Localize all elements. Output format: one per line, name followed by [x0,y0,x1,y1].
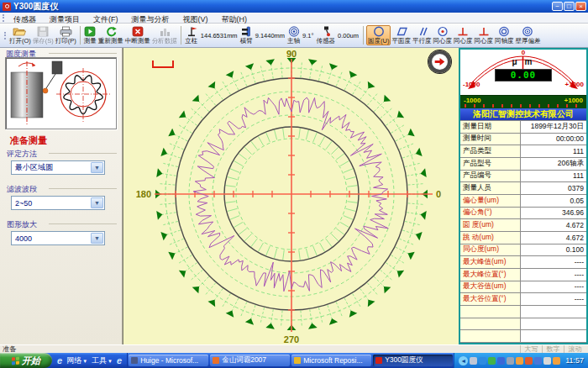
result-value: 111 [521,145,586,158]
evaluation-method-label: 评定方法 [7,149,37,160]
meter-unit: μ m [460,57,586,66]
open-button[interactable]: 打开(O) [8,26,32,45]
result-row-11: 最大峰值(um)---- [460,256,586,269]
result-value: 0.05 [521,195,586,208]
scale-max-label: +1000 [564,97,583,104]
taskbar-task-1[interactable]: 金山词霸2007 [210,355,290,366]
column-value: 144.6531mm [201,32,238,39]
quick-launch-tools[interactable]: 工具▼ [92,355,113,366]
task-app-icon [375,357,382,364]
chevron-down-icon[interactable]: ▼ [91,197,103,208]
camera-icon[interactable] [534,357,542,365]
num-indicator: 数字 [542,345,564,353]
quick-launch-network[interactable]: 网络▼ [66,355,87,366]
svg-text:270: 270 [284,334,299,344]
task-app-icon [294,357,301,364]
result-label [460,330,521,343]
result-label: 测量日期 [460,121,521,134]
result-label: 偏心量(um) [460,195,521,208]
result-value: ---- [521,293,586,306]
mode-button-1[interactable]: 平面度 [391,26,412,45]
task-app-icon [131,357,138,364]
arm-icon [240,26,252,38]
save-button[interactable]: 保存(S) [32,26,55,45]
start-button[interactable]: 开始 [0,353,52,368]
input-pen-icon[interactable] [543,357,551,365]
print-button[interactable]: 打印(P) [55,26,77,45]
mode-button-7[interactable]: 壁厚偏差 [514,26,541,45]
bracket-symbol [152,60,174,68]
bar-chart-icon [159,26,171,38]
chevron-down-icon[interactable]: ▼ [91,162,103,173]
result-value [521,330,586,343]
magnification-select[interactable]: 4000 ▼ [11,231,105,245]
mode-button-3[interactable]: 同心度 [432,26,453,45]
menu-item-0[interactable]: 传感器 [7,15,43,24]
sensor-button[interactable]: 传感器 [316,26,337,45]
qq-icon[interactable] [516,357,523,365]
taskbar-task-2[interactable]: Microsoft Reposi... [291,355,371,366]
taskbar-task-3[interactable]: Y300圆度仪 [373,355,453,366]
refresh-arrow-icon [105,26,117,38]
measure-button[interactable]: 测量 [83,26,97,45]
menu-item-2[interactable]: 文件(F) [87,15,125,24]
meter-arc-max: +1000 [565,81,584,88]
result-label: 产品编号 [460,171,521,183]
mode-button-0[interactable]: 圆度(U) [366,25,391,45]
app-window: Y300圆度仪 − □ × 传感器测量项目文件(F)测量与分析视图(V)帮助(H… [0,0,588,368]
media-player-icon[interactable] [479,357,486,365]
app-icon [3,3,11,11]
spindle-target-icon [288,26,300,38]
company-banner: 洛阳汇智测控技术有限公司 [460,108,586,120]
network-icon[interactable] [497,357,505,365]
red-arrow-icon [433,56,446,67]
menu-item-5[interactable]: 帮助(H) [215,15,255,24]
menu-grip [3,14,4,22]
result-label: 同心度(um) [460,244,521,257]
messenger-icon[interactable] [525,357,533,365]
ie-icon[interactable]: e [57,356,62,365]
remeasure-button[interactable]: 重新测量 [97,26,124,45]
filter-band-select[interactable]: 2~50 ▼ [11,196,105,210]
taskbar-clock: 11:57 [565,356,584,365]
mode-button-2[interactable]: 平行度 [412,26,433,45]
mode-button-5[interactable]: 同心度 [473,26,494,45]
evaluation-method-select[interactable]: 最小区域圆 ▼ [11,160,105,175]
quick-launch: e 网络▼ 工具▼ e [52,353,128,368]
toolbar-separator [80,26,81,45]
analyze-button[interactable]: 分析数据 [151,26,178,45]
result-row-8: 圆 度(um)4.672 [460,219,586,232]
menu-item-4[interactable]: 视图(V) [176,15,215,24]
usb-icon[interactable] [507,357,514,365]
menu-item-3[interactable]: 测量与分析 [125,15,176,24]
mode-button-4[interactable]: 同心度 [453,26,474,45]
minimize-button[interactable]: − [552,2,563,11]
mode-button-6[interactable]: 同轴度 [494,26,515,45]
result-row-5: 测量人员0379 [460,182,586,195]
column-button[interactable]: 立柱 [184,26,199,45]
spindle-button[interactable]: 主轴 [286,26,301,45]
maximize-button[interactable]: □ [564,2,575,11]
next-view-button[interactable] [428,50,451,73]
arm-button[interactable]: 横臂 [239,26,254,45]
result-label: 产品类型 [460,145,521,158]
chevron-down-icon[interactable]: ▼ [91,233,103,244]
printer-icon[interactable] [470,357,477,365]
taskbar-task-0[interactable]: Huige - Microsof... [129,355,208,366]
main-area: 圆度测量 [0,48,588,344]
result-label: 最大峰值(um) [460,256,521,269]
qq-icon[interactable] [553,357,560,365]
sensor-probe-icon [320,26,332,38]
flatness-icon [395,26,408,38]
menu-item-1[interactable]: 测量项目 [43,15,87,24]
interrupt-button[interactable]: 中断测量 [124,26,151,45]
result-value: 0379 [521,182,586,195]
antivirus-icon[interactable] [488,357,496,365]
close-button[interactable]: × [575,2,586,11]
svg-text:0: 0 [436,189,441,199]
hidden-icons-chevron[interactable]: ◄ [459,356,468,365]
ie-icon[interactable]: e [117,356,122,365]
result-label: 最大谷值(um) [460,281,521,294]
mode-buttons: 圆度(U)平面度平行度同心度同心度同心度同轴度壁厚偏差 [366,25,541,45]
filter-band-label: 滤波波段 [7,184,37,195]
